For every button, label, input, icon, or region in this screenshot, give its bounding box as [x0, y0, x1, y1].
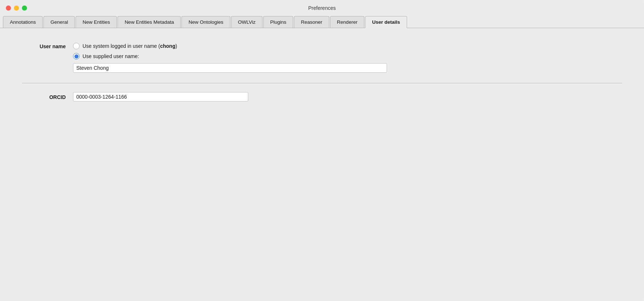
tab-owlviz[interactable]: OWLViz — [231, 16, 262, 28]
username-section: User name Use system logged in user name… — [22, 43, 622, 73]
window-title: Preferences — [308, 5, 336, 11]
close-button[interactable] — [6, 5, 11, 11]
radio-system-text: Use system logged in user name (chong) — [83, 43, 177, 49]
tab-general[interactable]: General — [43, 16, 75, 28]
username-input[interactable] — [73, 63, 387, 73]
tab-new-entities[interactable]: New Entities — [76, 16, 117, 28]
radio-system-row: Use system logged in user name (chong) — [73, 43, 387, 49]
radio-supplied-text: Use supplied user name: — [83, 53, 139, 59]
tab-plugins[interactable]: Plugins — [263, 16, 293, 28]
radio-system[interactable] — [73, 43, 80, 49]
radio-supplied-row: Use supplied user name: — [73, 53, 387, 60]
orcid-label: ORCID — [22, 94, 66, 100]
radio-supplied[interactable] — [73, 53, 80, 60]
preferences-window: Preferences Annotations General New Enti… — [0, 0, 644, 301]
tab-annotations[interactable]: Annotations — [3, 16, 43, 28]
tab-reasoner[interactable]: Reasoner — [294, 16, 329, 28]
tab-user-details[interactable]: User details — [365, 16, 407, 28]
tabs-bar: Annotations General New Entities New Ent… — [0, 16, 644, 28]
orcid-section: ORCID — [22, 92, 622, 102]
section-divider — [22, 83, 622, 83]
window-controls — [6, 5, 27, 11]
content-area: User name Use system logged in user name… — [0, 28, 644, 301]
username-label: User name — [22, 43, 66, 49]
tab-new-entities-metadata[interactable]: New Entities Metadata — [118, 16, 181, 28]
orcid-label-text: ORCID — [49, 94, 66, 100]
maximize-button[interactable] — [22, 5, 27, 11]
username-controls: Use system logged in user name (chong) U… — [73, 43, 387, 73]
orcid-input[interactable] — [73, 92, 248, 102]
username-chong: chong — [160, 43, 175, 49]
minimize-button[interactable] — [14, 5, 19, 11]
tab-new-ontologies[interactable]: New Ontologies — [181, 16, 230, 28]
tab-renderer[interactable]: Renderer — [330, 16, 364, 28]
titlebar: Preferences — [0, 0, 644, 16]
